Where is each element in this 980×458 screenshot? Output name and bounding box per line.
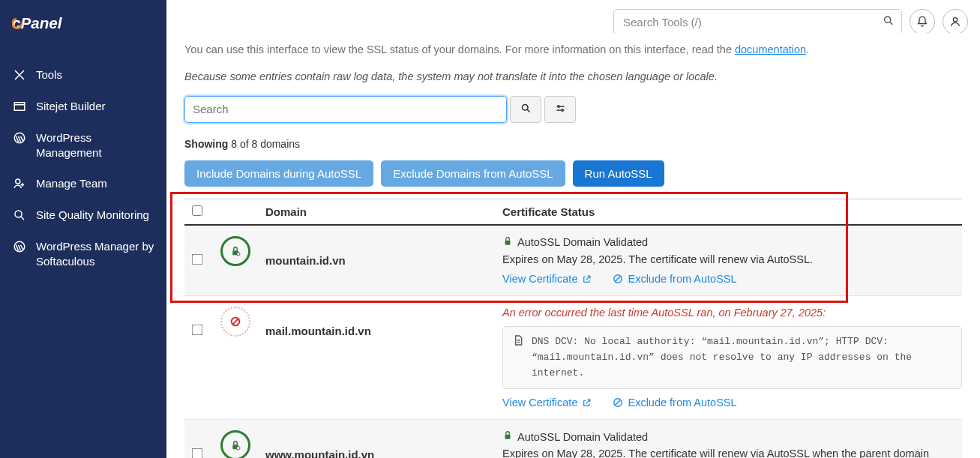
sitejet-icon <box>12 99 27 114</box>
ssl-status-icon <box>220 430 265 458</box>
select-all-checkbox[interactable] <box>192 205 202 216</box>
team-icon <box>12 176 27 191</box>
expiry-text: Expires on May 28, 2025. The certificate… <box>502 252 962 267</box>
view-certificate-link[interactable]: View Certificate <box>502 397 592 409</box>
filter-row <box>184 96 962 123</box>
sliders-icon <box>555 103 566 116</box>
notifications-button[interactable] <box>910 9 935 34</box>
table-row: mountain.id.vn AutoSSL Domain Validated … <box>184 226 962 296</box>
exclude-autossl-link[interactable]: Exclude from AutoSSL <box>613 273 736 285</box>
svg-point-9 <box>522 104 528 110</box>
search-icon[interactable] <box>883 15 895 29</box>
sidebar-item-sitejet[interactable]: Sitejet Builder <box>0 91 166 122</box>
sidebar-item-tools[interactable]: Tools <box>0 59 166 91</box>
sidebar-item-wp-manager-softaculous[interactable]: WordPress Manager by Softaculous <box>0 231 166 277</box>
user-menu-button[interactable] <box>943 9 968 34</box>
bulk-action-row: Include Domains during AutoSSL Exclude D… <box>184 160 962 187</box>
error-detail-box: DNS DCV: No local authority: “mail.mount… <box>502 326 962 389</box>
sidebar-item-label: Tools <box>36 67 62 82</box>
filter-search-button[interactable] <box>510 96 541 123</box>
svg-point-19 <box>237 447 241 451</box>
include-domains-button[interactable]: Include Domains during AutoSSL <box>184 160 373 187</box>
svg-rect-14 <box>505 241 511 245</box>
row-checkbox[interactable] <box>192 253 203 265</box>
lock-icon <box>502 236 513 249</box>
wordpress-icon <box>12 239 27 254</box>
table-header: Domain Certificate Status <box>184 199 962 226</box>
sidebar-item-label: WordPress Manager by Softaculous <box>36 239 154 268</box>
status-validated: AutoSSL Domain Validated <box>502 430 962 443</box>
sidebar-item-label: Sitejet Builder <box>36 99 106 114</box>
svg-point-10 <box>557 106 559 108</box>
document-icon <box>512 334 524 381</box>
search-box <box>613 9 902 34</box>
exclude-domains-button[interactable]: Exclude Domains from AutoSSL <box>381 160 565 187</box>
row-checkbox[interactable] <box>192 448 203 458</box>
exclude-autossl-link[interactable]: Exclude from AutoSSL <box>613 397 736 409</box>
wordpress-icon <box>12 130 27 145</box>
search-input[interactable] <box>613 9 902 34</box>
documentation-link[interactable]: documentation <box>735 43 806 55</box>
table-row: mail.mountain.id.vn An error occurred th… <box>184 296 962 420</box>
svg-point-4 <box>16 179 20 184</box>
intro-text: You can use this interface to view the S… <box>184 42 962 58</box>
svg-point-11 <box>561 109 563 112</box>
translation-note: Because some entries contain raw log dat… <box>184 70 962 82</box>
lock-icon <box>502 430 513 443</box>
row-checkbox[interactable] <box>192 325 203 336</box>
sidebar-item-manage-team[interactable]: Manage Team <box>0 168 166 199</box>
svg-point-8 <box>953 18 957 22</box>
sidebar-item-label: WordPress Management <box>36 130 154 160</box>
status-validated: AutoSSL Domain Validated <box>502 236 962 249</box>
expiry-text: Expires on May 28, 2025. The certificate… <box>502 446 962 458</box>
sidebar-item-label: Manage Team <box>36 176 107 191</box>
domain-name: mountain.id.vn <box>265 236 502 267</box>
view-certificate-link[interactable]: View Certificate <box>502 273 592 285</box>
svg-text:cPanel: cPanel <box>12 14 63 31</box>
domain-name: www.mountain.id.vn <box>265 430 502 458</box>
svg-rect-2 <box>14 103 25 111</box>
svg-point-7 <box>885 16 891 22</box>
sidebar-item-site-quality[interactable]: Site Quality Monitoring <box>0 199 166 231</box>
run-autossl-button[interactable]: Run AutoSSL <box>573 160 664 187</box>
column-header-domain[interactable]: Domain <box>265 205 502 218</box>
table-row: www.mountain.id.vn AutoSSL Domain Valida… <box>184 420 962 458</box>
error-body: DNS DCV: No local authority: “mail.mount… <box>532 334 952 381</box>
domain-name: mail.mountain.id.vn <box>265 307 502 337</box>
column-header-status[interactable]: Certificate Status <box>502 205 962 218</box>
sidebar: cPanel Tools Sitejet Builder WordPress M… <box>0 0 166 458</box>
filter-settings-button[interactable] <box>544 96 576 123</box>
filter-input[interactable] <box>184 96 507 123</box>
cpanel-logo: cPanel <box>0 13 166 59</box>
svg-rect-20 <box>505 435 511 439</box>
main-content: You can use this interface to view the S… <box>166 33 980 458</box>
ssl-status-icon <box>220 236 265 266</box>
tools-icon <box>12 67 27 82</box>
error-intro: An error occurred the last time AutoSSL … <box>502 307 962 319</box>
ssl-status-icon <box>220 307 265 337</box>
monitor-icon <box>12 208 27 223</box>
svg-point-13 <box>237 252 241 256</box>
search-icon <box>520 103 532 116</box>
sidebar-item-wp-management[interactable]: WordPress Management <box>0 122 166 168</box>
showing-count: Showing 8 of 8 domains <box>184 138 962 150</box>
sidebar-item-label: Site Quality Monitoring <box>36 208 149 223</box>
domains-table: Domain Certificate Status mountain.id.vn… <box>184 199 962 458</box>
